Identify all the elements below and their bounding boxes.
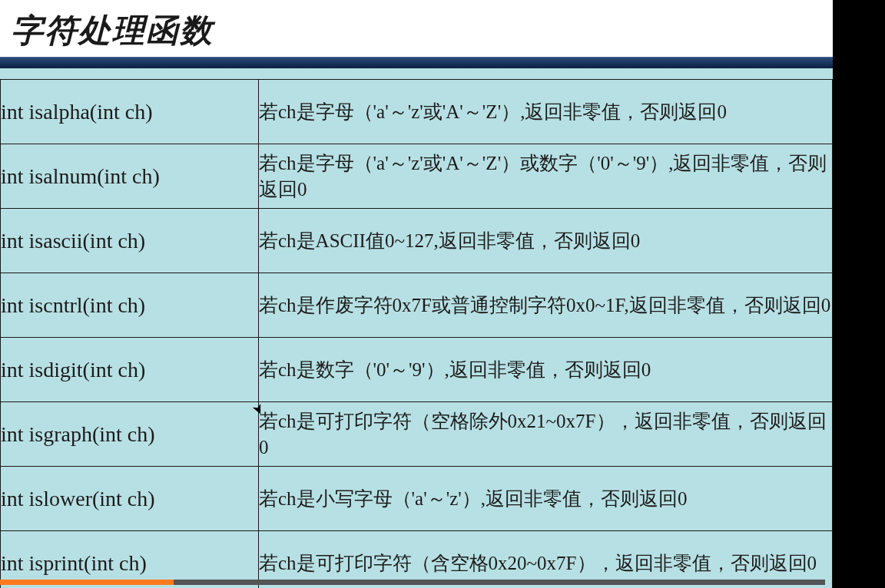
function-description: 若ch是小写字母（'a'～'z'）,返回非零值，否则返回0: [259, 467, 833, 531]
function-signature: int iscntrl(int ch): [1, 273, 259, 338]
table-row: int isalnum(int ch) 若ch是字母（'a'～'z'或'A'～'…: [1, 144, 833, 209]
function-signature: int isdigit(int ch): [1, 338, 259, 402]
functions-table: int isalpha(int ch) 若ch是字母（'a'～'z'或'A'～'…: [0, 79, 833, 588]
table-row: int isascii(int ch) 若ch是ASCII值0~127,返回非零…: [1, 209, 833, 273]
function-description: 若ch是字母（'a'～'z'或'A'～'Z'）或数字（'0'～'9'）,返回非零…: [259, 144, 833, 209]
right-black-strip: [833, 0, 885, 588]
function-description: 若ch是ASCII值0~127,返回非零值，否则返回0: [259, 209, 833, 273]
video-progress-track[interactable]: [0, 580, 825, 585]
page-title: 字符处理函数: [0, 0, 833, 57]
function-signature: int isgraph(int ch): [1, 402, 259, 467]
table-row: int iscntrl(int ch) 若ch是作废字符0x7F或普通控制字符0…: [1, 273, 833, 338]
function-description: 若ch是数字（'0'～'9'）,返回非零值，否则返回0: [259, 338, 833, 402]
slide: 字符处理函数 int isalpha(int ch) 若ch是字母（'a'～'z…: [0, 0, 833, 585]
title-underline-bar: [0, 57, 833, 68]
table-row: int islower(int ch) 若ch是小写字母（'a'～'z'）,返回…: [1, 467, 833, 531]
function-signature: int isalnum(int ch): [1, 144, 259, 209]
function-description: 若ch是可打印字符（空格除外0x21~0x7F），返回非零值，否则返回0: [259, 402, 833, 467]
video-progress-fill: [0, 580, 174, 585]
function-signature: int isascii(int ch): [1, 209, 259, 273]
function-signature: int islower(int ch): [1, 467, 259, 531]
function-signature: int isalpha(int ch): [1, 80, 259, 144]
table-row: int isdigit(int ch) 若ch是数字（'0'～'9'）,返回非零…: [1, 338, 833, 402]
function-description: 若ch是作废字符0x7F或普通控制字符0x0~1F,返回非零值，否则返回0: [259, 273, 833, 338]
table-row: int isalpha(int ch) 若ch是字母（'a'～'z'或'A'～'…: [1, 80, 833, 144]
function-description: 若ch是字母（'a'～'z'或'A'～'Z'）,返回非零值，否则返回0: [259, 80, 833, 144]
table-row: int isgraph(int ch) 若ch是可打印字符（空格除外0x21~0…: [1, 402, 833, 467]
spacer: [0, 68, 833, 79]
